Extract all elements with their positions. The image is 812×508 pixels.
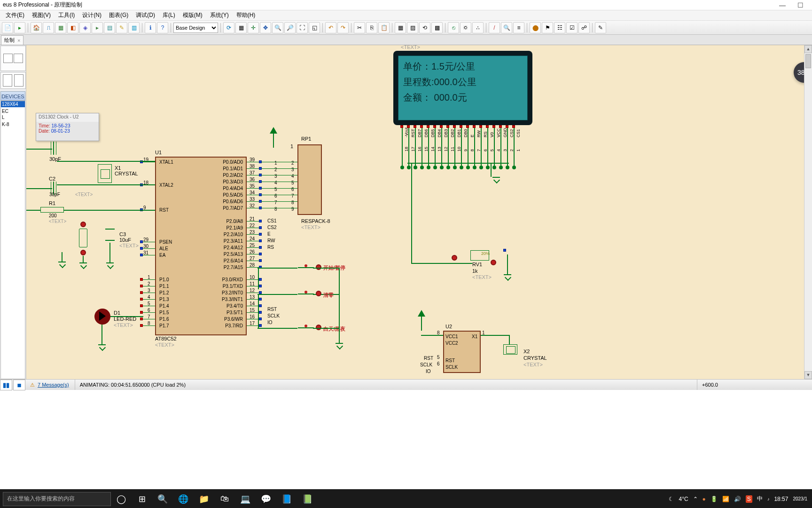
component-mode[interactable] [0, 72, 26, 89]
tb-cut[interactable]: ✂ [354, 22, 365, 33]
rv1-probe[interactable] [452, 255, 457, 261]
messages-link[interactable]: 7 Message(s) [38, 382, 69, 388]
tab-close-icon[interactable]: × [17, 38, 20, 43]
edge-icon[interactable]: 🌐 [173, 489, 194, 508]
button-clear[interactable] [298, 292, 314, 296]
menu-tools[interactable]: 工具(I) [55, 10, 78, 20]
tb-erc[interactable]: ☑ [566, 22, 578, 33]
store-icon[interactable]: 🛍 [214, 489, 235, 508]
rp1-component[interactable] [297, 144, 322, 215]
btn-probe[interactable] [316, 325, 321, 330]
tab-schematic[interactable]: 绘制 × [1, 35, 23, 45]
tb-3d[interactable]: ◧ [67, 22, 78, 33]
stop-button[interactable]: ■ [13, 380, 25, 390]
reset-switch[interactable] [79, 229, 87, 247]
tb-blockrot[interactable]: ⟲ [419, 22, 430, 33]
scroll-down[interactable]: ▼ [804, 371, 812, 379]
cortana-icon[interactable]: ◯ [111, 489, 132, 508]
device-item[interactable]: L [1, 114, 25, 120]
menu-template[interactable]: 模版(M) [179, 10, 206, 20]
tb-refresh[interactable]: ⟳ [223, 22, 234, 33]
tb-hilite[interactable]: ⬤ [530, 22, 541, 33]
c3-component[interactable] [105, 229, 115, 241]
tb-open[interactable]: ▸ [14, 22, 25, 33]
wechat-icon[interactable]: 💬 [256, 489, 276, 508]
tb-blockcopy[interactable]: ▦ [395, 22, 406, 33]
chevron-up-icon[interactable]: ⌃ [693, 496, 698, 502]
tb-bom[interactable]: ▤ [104, 22, 115, 33]
tb-pan[interactable]: ✥ [260, 22, 271, 33]
taskview-icon[interactable]: ⊞ [132, 489, 152, 508]
tb-search[interactable]: 🔍 [501, 22, 512, 33]
menu-system[interactable]: 系统(Y) [206, 10, 233, 20]
weather-icon[interactable]: ☾ [669, 496, 674, 502]
tb-blockmove[interactable]: ▨ [407, 22, 418, 33]
schematic-canvas[interactable]: <TEXT> DS1302 Clock - U2 Time: 18-56-23 … [26, 45, 812, 379]
r1-component[interactable] [40, 207, 64, 213]
tb-redo[interactable]: ↷ [337, 22, 349, 33]
design-select[interactable]: Base Design [173, 23, 218, 33]
tb-pcb[interactable]: ▦ [55, 22, 66, 33]
tb-sim[interactable]: ◈ [79, 22, 91, 33]
devices-list[interactable]: 128X64 EC L K-8 [0, 101, 25, 379]
menu-view[interactable]: 视图(V) [28, 10, 55, 20]
switch-probe[interactable] [80, 222, 86, 227]
rv1-probe[interactable] [491, 260, 496, 265]
tb-zoomfit[interactable]: ⛶ [297, 22, 308, 33]
maximize-button[interactable]: ☐ [791, 1, 809, 9]
tb-log[interactable]: ▥ [128, 22, 140, 33]
tb-note[interactable]: ✎ [116, 22, 127, 33]
tb-edit[interactable]: ✎ [595, 22, 606, 33]
tb-wire[interactable]: / [489, 22, 500, 33]
tb-prop[interactable]: ≡ [513, 22, 524, 33]
tb-decomp[interactable]: ⛬ [472, 22, 484, 33]
button-daynight[interactable] [298, 325, 314, 330]
switch-probe[interactable] [80, 250, 86, 255]
tb-scheme[interactable]: ⎍ [43, 22, 54, 33]
search-icon[interactable]: 🔍 [152, 489, 173, 508]
tb-info[interactable]: ℹ [145, 22, 156, 33]
x2-component[interactable] [503, 344, 517, 355]
taskbar-search[interactable]: 在这里输入你要搜索的内容 [3, 492, 111, 506]
tb-gerber[interactable]: ▸ [92, 22, 103, 33]
menu-help[interactable]: 帮助(H) [233, 10, 259, 20]
explorer-icon[interactable]: 📁 [194, 489, 214, 508]
tb-blockdel[interactable]: ▩ [431, 22, 443, 33]
lcd-component[interactable]: 单价：1.5元/公里 里程数:000.0公里 金额： 000.0元 -Vout … [393, 51, 532, 192]
vertical-scrollbar[interactable]: ▲ ▼ [804, 45, 812, 379]
device-item[interactable]: EC [1, 108, 25, 114]
tb-layer[interactable]: ☷ [554, 22, 565, 33]
menu-file[interactable]: 文件(E) [2, 10, 28, 20]
tb-help[interactable]: ? [157, 22, 168, 33]
tb-package[interactable]: ⛭ [460, 22, 471, 33]
tb-pick[interactable]: ⎋ [448, 22, 459, 33]
menu-debug[interactable]: 调试(D) [132, 10, 159, 20]
tb-zoomarea[interactable]: ◱ [309, 22, 320, 33]
system-tray[interactable]: ☾ 4°C ⌃ ● 🔋📶🔊 S 中 ♪ 18:57 2023/1 [664, 495, 812, 503]
scroll-up[interactable]: ▲ [804, 45, 812, 53]
tb-zoomout[interactable]: 🔎 [284, 22, 296, 33]
button-start[interactable] [298, 265, 314, 270]
tb-new[interactable]: 📄 [2, 22, 13, 33]
menu-library[interactable]: 库(L) [159, 10, 179, 20]
menu-design[interactable]: 设计(N) [78, 10, 105, 20]
tb-undo[interactable]: ↶ [325, 22, 336, 33]
c1-component[interactable] [51, 142, 56, 155]
app-icon[interactable]: 💻 [235, 489, 256, 508]
tb-grid[interactable]: ▦ [235, 22, 247, 33]
rtc-debug-window[interactable]: DS1302 Clock - U2 Time: 18-56-23 Date: 0… [36, 113, 99, 141]
tb-origin[interactable]: ✛ [248, 22, 259, 33]
d1-led[interactable] [94, 309, 110, 325]
tb-copy[interactable]: ⎘ [366, 22, 377, 33]
tb-zoomin[interactable]: 🔍 [272, 22, 283, 33]
device-item[interactable]: 128X64 [1, 101, 25, 107]
overview-thumbnail[interactable] [0, 46, 26, 71]
tb-net[interactable]: ☍ [578, 22, 590, 33]
tb-home[interactable]: 🏠 [31, 22, 42, 33]
tb-pass[interactable]: ⚑ [542, 22, 553, 33]
x1-component[interactable] [98, 164, 112, 183]
btn-probe[interactable] [316, 291, 321, 296]
pause-button[interactable]: ▮▮ [0, 380, 12, 390]
btn-probe[interactable] [316, 264, 321, 270]
minimize-button[interactable]: — [773, 1, 791, 9]
